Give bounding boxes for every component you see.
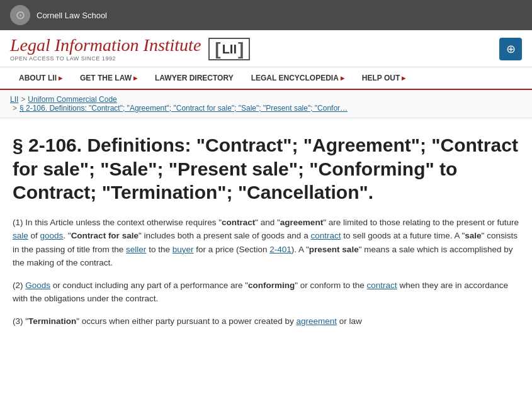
nav-legal-encyclopedia[interactable]: LEGAL ENCYCLOPEDIA ▶ (242, 67, 353, 89)
nav-help-out-arrow: ▶ (402, 75, 405, 81)
paragraph-1: (1) In this Article unless the context o… (13, 216, 519, 270)
link-contract-2[interactable]: contract (367, 281, 397, 290)
breadcrumb-sep-1: > (21, 95, 25, 104)
cornell-header: ⊙ Cornell Law School (0, 0, 532, 30)
breadcrumb: LII > Uniform Commercial Code > § 2-106.… (0, 90, 532, 118)
lii-icon-button[interactable]: ⊕ (499, 38, 522, 60)
cornell-school-name: Cornell Law School (37, 11, 107, 20)
lii-title: Legal Information Institute (10, 36, 201, 54)
nav-lawyer-directory[interactable]: LAWYER DIRECTORY (146, 67, 242, 89)
term-conforming: conforming (248, 281, 295, 290)
breadcrumb-ucc[interactable]: Uniform Commercial Code (28, 95, 116, 104)
nav-help-out[interactable]: HELP OUT ▶ (353, 67, 414, 89)
link-contract[interactable]: contract (310, 231, 341, 240)
lii-subtitle: OPEN ACCESS TO LAW SINCE 1992 (10, 55, 201, 62)
breadcrumb-line-1: LII > Uniform Commercial Code (10, 95, 522, 104)
paragraph-3: (3) "Termination" occurs when either par… (13, 315, 519, 328)
term-sale: sale (465, 231, 481, 240)
link-agreement-3[interactable]: agreement (297, 316, 337, 326)
breadcrumb-sep-2: > (13, 104, 17, 113)
link-buyer[interactable]: buyer (173, 245, 194, 254)
breadcrumb-line-2: > § 2-106. Definitions: "Contract"; "Agr… (10, 104, 522, 113)
cornell-seal-icon: ⊙ (10, 5, 30, 25)
breadcrumb-lii[interactable]: LII (10, 95, 18, 104)
lii-logo-area: Legal Information Institute OPEN ACCESS … (10, 36, 250, 62)
nav-get-the-law[interactable]: GET THE LAW ▶ (71, 67, 146, 89)
nav-get-the-law-arrow: ▶ (133, 75, 137, 81)
lii-header: Legal Information Institute OPEN ACCESS … (0, 30, 532, 67)
link-sale[interactable]: sale (13, 231, 28, 240)
breadcrumb-current: § 2-106. Definitions: "Contract"; "Agree… (20, 104, 348, 113)
nav-about-lii-arrow: ▶ (59, 75, 62, 81)
term-agreement: agreement (280, 218, 323, 227)
term-termination: Termination (28, 316, 76, 326)
lii-logo-text: Legal Information Institute OPEN ACCESS … (10, 36, 201, 62)
paragraph-2: (2) Goods or conduct including any part … (13, 279, 519, 306)
link-goods[interactable]: goods (40, 231, 64, 240)
term-contract-for-sale: Contract for sale (71, 231, 139, 240)
nav-legal-encyclopedia-arrow: ▶ (341, 75, 344, 81)
term-present-sale: present sale (309, 245, 359, 254)
link-goods-2[interactable]: Goods (25, 281, 50, 290)
section-title: § 2-106. Definitions: "Contract"; "Agree… (13, 133, 519, 204)
lii-bracket-logo: LII (208, 38, 250, 60)
main-content: § 2-106. Definitions: "Contract"; "Agree… (0, 118, 532, 350)
link-2-401[interactable]: 2-401 (269, 245, 291, 254)
term-contract: contract (222, 218, 255, 227)
main-nav: ABOUT LII ▶ GET THE LAW ▶ LAWYER DIRECTO… (0, 67, 532, 90)
nav-about-lii[interactable]: ABOUT LII ▶ (10, 67, 71, 89)
link-seller[interactable]: seller (126, 245, 146, 254)
